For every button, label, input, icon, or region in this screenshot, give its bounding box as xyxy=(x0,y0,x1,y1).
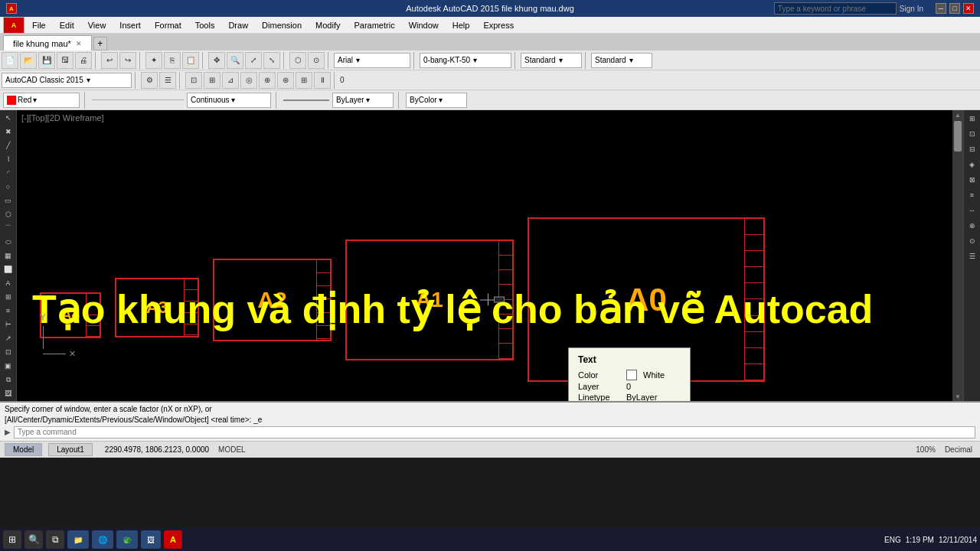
zoom-extents[interactable]: ⤢ xyxy=(245,52,262,69)
text-btn[interactable]: A xyxy=(2,277,15,289)
select-btn[interactable]: ↖ xyxy=(2,112,15,124)
dim-btn[interactable]: ⊢ xyxy=(2,318,15,331)
zoom-window[interactable]: 🔍 xyxy=(227,52,243,69)
style-dropdown[interactable]: Standard ▾ xyxy=(521,53,582,68)
model-tab[interactable]: Model xyxy=(5,443,42,456)
snap-btn[interactable]: ⊡ xyxy=(185,72,202,89)
print-button[interactable]: 🖨 xyxy=(75,52,92,69)
minimize-button[interactable]: ─ xyxy=(936,3,946,14)
arc-btn[interactable]: ◜ xyxy=(2,167,15,179)
menu-dimension[interactable]: Dimension xyxy=(256,19,308,31)
rt-btn2[interactable]: ⊡ xyxy=(965,127,979,141)
task-view[interactable]: ⧉ xyxy=(46,530,64,549)
menu-draw[interactable]: Draw xyxy=(222,19,254,31)
tolerance-btn[interactable]: ⊡ xyxy=(2,346,15,358)
ortho-btn[interactable]: ⊿ xyxy=(222,72,239,89)
osnap-btn[interactable]: ⊕ xyxy=(259,72,276,89)
menu-edit[interactable]: Edit xyxy=(54,19,80,31)
rt-btn6[interactable]: ≡ xyxy=(965,188,979,202)
restore-button[interactable]: □ xyxy=(949,3,960,14)
rt-btn1[interactable]: ⊞ xyxy=(965,112,979,126)
color-dropdown[interactable]: Red ▾ xyxy=(3,93,80,108)
orbit[interactable]: ⊙ xyxy=(308,52,325,69)
otrack-btn[interactable]: ⊛ xyxy=(277,72,294,89)
rt-btn10[interactable]: ☰ xyxy=(965,249,979,263)
layout1-tab[interactable]: Layout1 xyxy=(48,443,93,456)
tab-file-khung-mau[interactable]: file khung mau* ✕ xyxy=(3,35,92,51)
menu-tools[interactable]: Tools xyxy=(189,19,221,31)
taskbar-file-explorer[interactable]: 📁 xyxy=(67,530,89,549)
plotstyle-dropdown[interactable]: ByColor ▾ xyxy=(406,93,467,108)
paste-button[interactable]: 📋 xyxy=(182,52,199,69)
start-button[interactable]: ⊞ xyxy=(3,530,21,549)
search-button[interactable]: 🔍 xyxy=(24,530,43,549)
rt-btn3[interactable]: ⊟ xyxy=(965,142,979,156)
zoom-prev[interactable]: ⤡ xyxy=(263,52,280,69)
taskbar-photos[interactable]: 🖼 xyxy=(141,530,161,549)
menu-express[interactable]: Express xyxy=(477,19,520,31)
grid-btn[interactable]: ⊞ xyxy=(204,72,220,89)
save-button[interactable]: 💾 xyxy=(38,52,55,69)
erase-btn[interactable]: ✖ xyxy=(2,126,15,138)
circle-btn[interactable]: ○ xyxy=(2,181,15,193)
undo-button[interactable]: ↩ xyxy=(101,52,118,69)
sign-in[interactable]: Sign In xyxy=(900,5,923,13)
rt-btn4[interactable]: ◈ xyxy=(965,158,979,171)
scrollbar-vertical[interactable]: ▲ ▼ xyxy=(952,110,963,401)
lineweight-dropdown[interactable]: ByLayer ▾ xyxy=(332,93,394,108)
rt-btn9[interactable]: ⊙ xyxy=(965,234,979,248)
line-btn[interactable]: ╱ xyxy=(2,139,15,152)
tab-close-icon[interactable]: ✕ xyxy=(76,40,82,47)
new-button[interactable]: 📄 xyxy=(2,52,18,69)
search-input[interactable] xyxy=(774,2,897,15)
polar-btn[interactable]: ◎ xyxy=(240,72,257,89)
menu-format[interactable]: Format xyxy=(149,19,188,31)
menu-view[interactable]: View xyxy=(82,19,113,31)
ws-btn1[interactable]: ⚙ xyxy=(141,72,158,89)
insert-btn[interactable]: ⊞ xyxy=(2,291,15,303)
redo-button[interactable]: ↪ xyxy=(119,52,136,69)
spline-btn[interactable]: ⌒ xyxy=(2,222,15,234)
command-input[interactable] xyxy=(14,426,975,439)
workspace-dropdown[interactable]: AutoCAD Classic 2015 ▾ xyxy=(2,73,132,88)
rt-btn7[interactable]: ↔ xyxy=(965,204,979,217)
dynin-btn[interactable]: Ⅱ xyxy=(314,72,331,89)
open-button[interactable]: 📂 xyxy=(20,52,37,69)
menu-insert[interactable]: Insert xyxy=(113,19,147,31)
match-props[interactable]: ✦ xyxy=(145,52,162,69)
xref-btn[interactable]: ⧉ xyxy=(2,373,15,386)
pan-button[interactable]: ✥ xyxy=(208,52,225,69)
linetype-dropdown[interactable]: Continuous ▾ xyxy=(187,93,271,108)
menu-file[interactable]: File xyxy=(26,19,52,31)
polygon-btn[interactable]: ⬡ xyxy=(2,208,15,220)
scrollbar-thumb-v[interactable] xyxy=(954,121,962,152)
taskbar-app3[interactable]: 🐲 xyxy=(116,530,138,549)
attrib-btn[interactable]: ≡ xyxy=(2,305,15,317)
canvas-area[interactable]: [-][Top][2D Wireframe] A4 A3 xyxy=(17,110,963,401)
font-dropdown[interactable]: Arial ▾ xyxy=(334,53,410,68)
ws-btn2[interactable]: ☰ xyxy=(159,72,176,89)
scroll-down-arrow[interactable]: ▼ xyxy=(952,392,963,401)
menu-modify[interactable]: Modify xyxy=(309,19,346,31)
save-as-button[interactable]: 🖫 xyxy=(57,52,74,69)
scroll-up-arrow[interactable]: ▲ xyxy=(952,110,963,119)
block-btn[interactable]: ▣ xyxy=(2,360,15,372)
copy-button[interactable]: ⎘ xyxy=(164,52,181,69)
new-tab-button[interactable]: + xyxy=(93,37,107,51)
3d-nav[interactable]: ⬡ xyxy=(289,52,306,69)
hatch-btn[interactable]: ▦ xyxy=(2,249,15,262)
region-btn[interactable]: ⬜ xyxy=(2,263,15,276)
menu-parametric[interactable]: Parametric xyxy=(348,19,400,31)
leader-btn[interactable]: ↗ xyxy=(2,332,15,344)
rect-btn[interactable]: ▭ xyxy=(2,194,15,207)
rt-btn8[interactable]: ⊕ xyxy=(965,219,979,233)
annotate-dropdown[interactable]: Standard ▾ xyxy=(591,53,652,68)
taskbar-autocad[interactable]: A xyxy=(164,530,182,549)
close-button[interactable]: ✕ xyxy=(963,3,974,14)
polyline-btn[interactable]: ⌇ xyxy=(2,153,15,165)
rt-btn5[interactable]: ⊠ xyxy=(965,173,979,187)
layer-dropdown[interactable]: 0-bang-KT-50 ▾ xyxy=(420,53,511,68)
ducs-btn[interactable]: ⊞ xyxy=(296,72,312,89)
menu-window[interactable]: Window xyxy=(403,19,445,31)
taskbar-edge[interactable]: 🌐 xyxy=(92,530,113,549)
